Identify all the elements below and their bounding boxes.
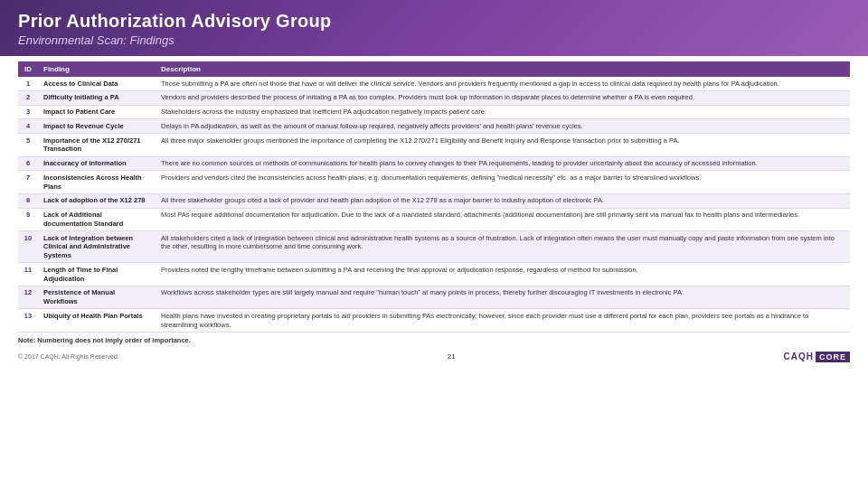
row-description: All stakeholders cited a lack of integra…: [156, 231, 850, 263]
row-finding: Lack of adoption of the X12 278: [38, 193, 156, 208]
row-id: 8: [18, 193, 38, 208]
row-id: 4: [18, 119, 38, 134]
row-id: 6: [18, 156, 38, 171]
findings-table: ID Finding Description 1Access to Clinic…: [18, 61, 850, 333]
row-id: 12: [18, 286, 38, 309]
note-label: Note:: [18, 336, 35, 344]
table-row: 8Lack of adoption of the X12 278All thre…: [18, 193, 850, 208]
table-row: 1Access to Clinical DataThose submitting…: [18, 77, 850, 90]
col-header-description: Description: [156, 61, 850, 77]
row-description: Vendors and providers described the proc…: [156, 90, 850, 105]
table-row: 4Impact to Revenue CycleDelays in PA adj…: [18, 119, 850, 134]
table-row: 10Lack of Integration between Clinical a…: [18, 231, 850, 263]
row-id: 2: [18, 90, 38, 105]
col-header-id: ID: [18, 61, 38, 77]
table-row: 3Impact to Patient CareStakeholders acro…: [18, 105, 850, 119]
row-id: 9: [18, 208, 38, 231]
header: Prior Authorization Advisory Group Envir…: [0, 0, 868, 56]
footer-note: Note: Numbering does not imply order of …: [18, 336, 850, 344]
logo-caqh: CAQH: [784, 352, 814, 361]
row-description: Stakeholders across the industry emphasi…: [156, 105, 850, 119]
page-subtitle: Environmental Scan: Findings: [18, 33, 850, 47]
row-description: All three major stakeholder groups menti…: [156, 134, 850, 157]
row-finding: Access to Clinical Data: [38, 77, 156, 90]
row-finding: Impact to Revenue Cycle: [38, 119, 156, 134]
table-row: 7Inconsistencies Across Health PlansProv…: [18, 171, 850, 194]
page-title: Prior Authorization Advisory Group: [18, 11, 850, 32]
note-text: Numbering does not imply order of import…: [37, 336, 191, 344]
table-row: 6Inaccuracy of InformationThere are no c…: [18, 156, 850, 171]
logo-core: CORE: [816, 352, 850, 362]
row-finding: Length of Time to Final Adjudication: [38, 263, 156, 286]
row-description: Delays in PA adjudication, as well as th…: [156, 119, 850, 134]
row-description: Health plans have invested in creating p…: [156, 309, 850, 333]
row-description: Most PAs require additional documentatio…: [156, 208, 850, 231]
row-id: 10: [18, 231, 38, 263]
row-finding: Lack of Additional documentation Standar…: [38, 208, 156, 231]
row-id: 11: [18, 263, 38, 286]
row-finding: Lack of Integration between Clinical and…: [38, 231, 156, 263]
row-finding: Importance of the X12 270/271 Transactio…: [38, 134, 156, 157]
row-finding: Inconsistencies Across Health Plans: [38, 171, 156, 194]
row-id: 7: [18, 171, 38, 194]
table-row: 2Difficulty Initiating a PAVendors and p…: [18, 90, 850, 105]
row-finding: Impact to Patient Care: [38, 105, 156, 119]
logo-area: CAQH CORE: [784, 352, 850, 362]
table-row: 13Ubiquity of Health Plan PortalsHealth …: [18, 309, 850, 333]
row-id: 1: [18, 77, 38, 90]
row-id: 13: [18, 309, 38, 333]
row-description: All three stakeholder groups cited a lac…: [156, 193, 850, 208]
row-id: 5: [18, 134, 38, 157]
row-description: Providers noted the lengthy timeframe be…: [156, 263, 850, 286]
row-finding: Persistence of Manual Workflows: [38, 286, 156, 309]
row-id: 3: [18, 105, 38, 119]
row-description: Those submitting a PA are often not thos…: [156, 77, 850, 90]
table-row: 5Importance of the X12 270/271 Transacti…: [18, 134, 850, 157]
table-row: 9Lack of Additional documentation Standa…: [18, 208, 850, 231]
page-number: 21: [448, 352, 456, 361]
col-header-finding: Finding: [38, 61, 156, 77]
table-row: 12Persistence of Manual WorkflowsWorkflo…: [18, 286, 850, 309]
row-description: Workflows across stakeholder types are s…: [156, 286, 850, 309]
row-finding: Inaccuracy of Information: [38, 156, 156, 171]
copyright: © 2017 CAQH. All Rights Reserved.: [18, 353, 119, 360]
row-description: Providers and vendors cited the inconsis…: [156, 171, 850, 194]
table-row: 11Length of Time to Final AdjudicationPr…: [18, 263, 850, 286]
row-description: There are no common sources or methods o…: [156, 156, 850, 171]
row-finding: Difficulty Initiating a PA: [38, 90, 156, 105]
row-finding: Ubiquity of Health Plan Portals: [38, 309, 156, 333]
